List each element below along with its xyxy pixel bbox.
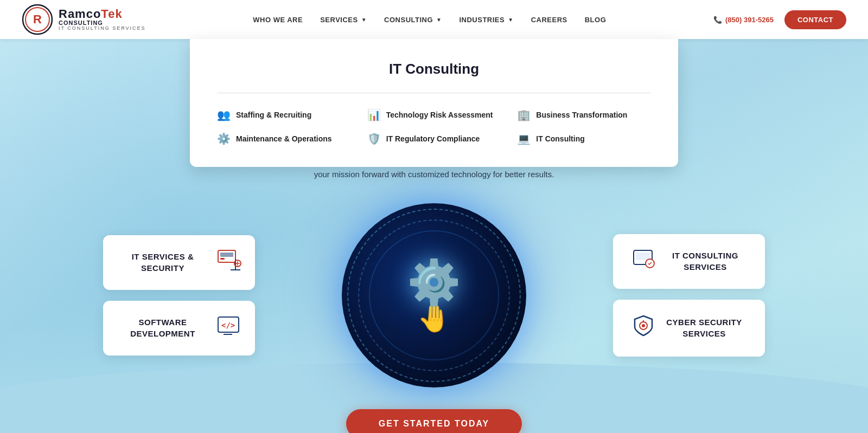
svg-rect-4: [220, 253, 233, 257]
staffing-label: Staffing & Recruiting: [236, 111, 311, 119]
logo-icon: R: [22, 4, 53, 35]
card-it-consulting-services-icon: [631, 248, 658, 275]
dropdown-it-regulatory[interactable]: 🛡️ IT Regulatory Compliance: [367, 132, 501, 145]
svg-text:</>: </>: [221, 321, 235, 329]
nav-who-we-are[interactable]: WHO WE ARE: [253, 16, 303, 24]
svg-point-18: [642, 324, 645, 327]
tech-risk-label: Technology Risk Assessment: [386, 111, 493, 119]
dropdown-tech-risk[interactable]: 📊 Technology Risk Assessment: [367, 108, 501, 121]
logo-ramco: RamcoTek: [59, 8, 123, 20]
dropdown-title: IT Consulting: [217, 61, 651, 77]
svg-rect-5: [220, 258, 225, 260]
card-software-development-icon: </>: [217, 315, 243, 341]
navbar: R RamcoTek CONSULTING IT CONSULTING SERV…: [0, 0, 868, 39]
it-consulting-label: IT Consulting: [536, 134, 584, 143]
nav-right: 📞 (850) 391-5265 CONTACT: [713, 10, 846, 29]
card-cyber-security-icon: [631, 314, 655, 342]
business-transform-icon: 🏢: [517, 108, 531, 121]
services-right: IT CONSULTINGSERVICES CYBER SECURITYSERV…: [613, 234, 765, 357]
card-it-services-security[interactable]: IT SERVICES &SECURITY: [103, 235, 255, 290]
circle-content: ⚙️ 🤚: [407, 257, 461, 334]
cta-section: GET STARTED TODAY: [346, 409, 522, 434]
card-software-development-text: SOFTWAREDEVELOPMENT: [115, 316, 210, 339]
card-it-services-security-icon: [217, 249, 243, 276]
business-transform-label: Business Transformation: [536, 111, 627, 119]
card-it-services-security-text: IT SERVICES &SECURITY: [115, 251, 210, 274]
services-left: IT SERVICES &SECURITY SOFTWAREDEV: [103, 235, 255, 356]
dropdown-maintenance[interactable]: ⚙️ Maintenance & Operations: [217, 132, 351, 145]
phone-link[interactable]: 📞 (850) 391-5265: [713, 16, 774, 24]
tech-risk-icon: 📊: [367, 108, 381, 121]
nav-links: WHO WE ARE SERVICES ▼ CONSULTING ▼ INDUS…: [253, 16, 606, 24]
card-cyber-security[interactable]: CYBER SECURITYSERVICES: [613, 300, 765, 357]
nav-services[interactable]: SERVICES ▼: [320, 16, 367, 24]
card-it-consulting-services[interactable]: IT CONSULTINGSERVICES: [613, 234, 765, 289]
svg-text:R: R: [33, 12, 42, 26]
it-regulatory-icon: 🛡️: [367, 132, 381, 145]
phone-number: (850) 391-5265: [725, 16, 774, 24]
nav-industries[interactable]: INDUSTRIES ▼: [459, 16, 513, 24]
dropdown-staffing[interactable]: 👥 Staffing & Recruiting: [217, 108, 351, 121]
card-software-development[interactable]: SOFTWAREDEVELOPMENT </>: [103, 301, 255, 356]
hero-center-circle: ⚙️ 🤚: [342, 203, 526, 387]
dropdown-divider: [217, 93, 651, 93]
nav-careers[interactable]: CAREERS: [531, 16, 567, 24]
maintenance-icon: ⚙️: [217, 132, 231, 145]
logo[interactable]: R RamcoTek CONSULTING IT CONSULTING SERV…: [22, 4, 146, 35]
dropdown-it-consulting[interactable]: 💻 IT Consulting: [517, 132, 651, 145]
staffing-icon: 👥: [217, 108, 231, 121]
it-regulatory-label: IT Regulatory Compliance: [386, 134, 480, 143]
dropdown-business-transform[interactable]: 🏢 Business Transformation: [517, 108, 651, 121]
consulting-dropdown: IT Consulting 👥 Staffing & Recruiting 📊 …: [190, 39, 678, 167]
card-it-consulting-services-text: IT CONSULTINGSERVICES: [658, 250, 753, 273]
dropdown-grid: 👥 Staffing & Recruiting 📊 Technology Ris…: [217, 108, 651, 145]
contact-button[interactable]: CONTACT: [784, 10, 846, 29]
get-started-button[interactable]: GET STARTED TODAY: [346, 409, 522, 434]
card-cyber-security-text: CYBER SECURITYSERVICES: [655, 316, 753, 339]
it-consulting-icon: 💻: [517, 132, 531, 145]
logo-sub: IT CONSULTING SERVICES: [59, 26, 146, 31]
services-layout: IT SERVICES &SECURITY SOFTWAREDEV: [81, 203, 787, 387]
nav-consulting[interactable]: CONSULTING ▼: [384, 16, 442, 24]
nav-blog[interactable]: BLOG: [585, 16, 607, 24]
gear-icon: ⚙️: [407, 257, 461, 308]
maintenance-label: Maintenance & Operations: [236, 134, 332, 143]
phone-icon: 📞: [713, 16, 722, 24]
